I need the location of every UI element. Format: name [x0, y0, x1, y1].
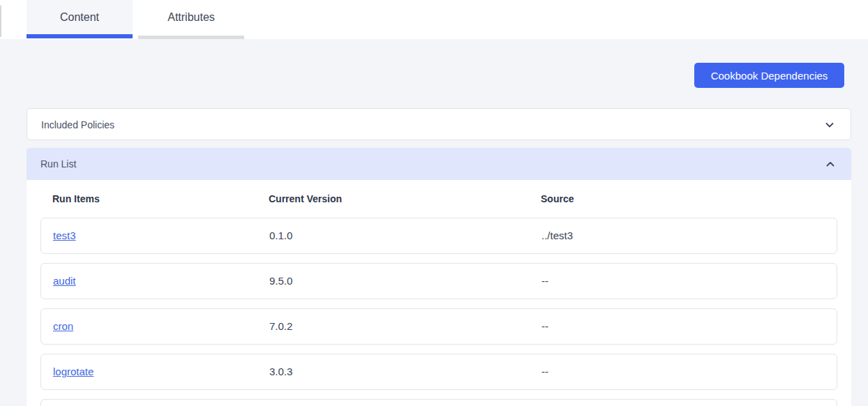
current-version-cell: 9.5.0 — [269, 264, 292, 299]
table-row-partial — [40, 399, 837, 406]
tab-bar: Content Attributes — [0, 0, 868, 39]
current-version-cell: 0.1.0 — [269, 218, 292, 253]
source-cell: -- — [541, 354, 548, 389]
source-cell: -- — [541, 264, 548, 299]
run-item-link[interactable]: cron — [53, 320, 73, 332]
current-version-cell: 7.0.2 — [269, 309, 292, 344]
tab-attributes[interactable]: Attributes — [138, 0, 244, 34]
source-cell: -- — [541, 309, 548, 344]
run-list-table-header: Run Items Current Version Source — [27, 180, 851, 218]
run-item-link[interactable]: audit — [53, 275, 76, 287]
included-policies-panel: Included Policies — [27, 108, 851, 140]
table-row: cron 7.0.2 -- — [40, 308, 837, 345]
run-list-rows: test3 0.1.0 ../test3 audit 9.5.0 -- cron… — [27, 218, 851, 406]
page: Content Attributes Cookbook Dependencies… — [0, 0, 868, 406]
tab-content-label: Content — [60, 11, 99, 23]
column-header-run-items: Run Items — [52, 193, 100, 204]
active-tab-indicator — [27, 34, 133, 38]
chevron-up-icon[interactable] — [825, 158, 836, 170]
included-policies-header[interactable]: Included Policies — [27, 109, 851, 141]
column-header-source: Source — [541, 193, 574, 204]
table-row: logrotate 3.0.3 -- — [40, 354, 837, 390]
content-area: Cookbook Dependencies Included Policies … — [0, 39, 868, 406]
chevron-down-icon[interactable] — [824, 119, 835, 130]
run-list-panel: Run List Run Items Current Version Sourc… — [27, 148, 851, 406]
run-item-link[interactable]: logrotate — [53, 366, 93, 377]
source-cell: ../test3 — [541, 218, 573, 253]
cookbook-dependencies-button[interactable]: Cookbook Dependencies — [694, 63, 844, 88]
left-edge-divider — [0, 6, 1, 37]
tab-content[interactable]: Content — [27, 0, 133, 34]
run-list-title: Run List — [40, 148, 76, 180]
run-item-link[interactable]: test3 — [53, 230, 76, 241]
run-list-body: Run Items Current Version Source test3 0… — [27, 180, 851, 406]
tab-attributes-label: Attributes — [167, 11, 215, 23]
table-row: audit 9.5.0 -- — [40, 263, 837, 299]
current-version-cell: 3.0.3 — [269, 354, 292, 389]
included-policies-title: Included Policies — [41, 109, 114, 141]
column-header-current-version: Current Version — [269, 193, 342, 204]
table-row: test3 0.1.0 ../test3 — [40, 218, 837, 254]
run-list-header[interactable]: Run List — [27, 148, 851, 180]
